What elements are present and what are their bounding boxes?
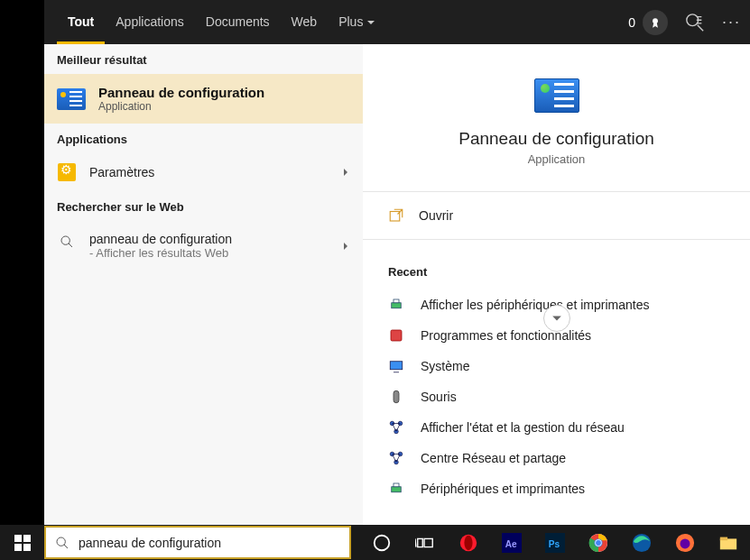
best-result-item[interactable]: Panneau de configuration Application xyxy=(44,74,363,124)
preview-pane: Panneau de configuration Application Ouv… xyxy=(363,44,750,525)
network-icon xyxy=(388,419,404,436)
control-panel-large-icon xyxy=(534,78,579,113)
taskbar-search-box[interactable] xyxy=(44,526,351,559)
svg-point-42 xyxy=(681,538,690,548)
web-search-suffix: - Afficher les résultats Web xyxy=(89,246,350,260)
chevron-down-icon xyxy=(551,313,562,324)
recent-label: Centre Réseau et partage xyxy=(421,451,566,465)
recent-label: Périphériques et imprimantes xyxy=(421,482,585,496)
svg-rect-17 xyxy=(392,487,402,492)
settings-item[interactable]: Paramètres xyxy=(44,153,363,191)
preview-subtitle: Application xyxy=(372,152,741,166)
svg-rect-27 xyxy=(424,538,432,546)
recent-label: Programmes et fonctionnalités xyxy=(421,328,591,343)
tabs-right-controls: 0 ··· xyxy=(628,0,741,44)
tab-documents[interactable]: Documents xyxy=(195,0,281,44)
svg-rect-20 xyxy=(23,535,31,542)
svg-rect-6 xyxy=(394,299,399,303)
tab-all[interactable]: Tout xyxy=(57,0,105,44)
devices-icon xyxy=(388,481,404,497)
svg-rect-19 xyxy=(14,535,22,542)
system-icon xyxy=(388,358,404,374)
svg-point-2 xyxy=(61,236,69,244)
tab-more[interactable]: Plus xyxy=(328,0,386,44)
svg-line-24 xyxy=(64,545,68,548)
gear-icon xyxy=(58,163,76,181)
file-explorer-icon[interactable] xyxy=(718,532,739,554)
preview-header: Panneau de configuration Application xyxy=(363,44,750,191)
svg-rect-5 xyxy=(392,303,402,308)
best-result-text: Panneau de configuration Application xyxy=(98,85,264,113)
results-list: Meilleur résultat Panneau de configurati… xyxy=(44,44,363,525)
photoshop-icon[interactable]: Ps xyxy=(544,532,566,554)
svg-point-1 xyxy=(687,14,699,25)
best-result-subtitle: Application xyxy=(98,100,264,113)
search-icon xyxy=(60,234,74,249)
web-search-header: Rechercher sur le Web xyxy=(44,191,363,221)
tab-web[interactable]: Web xyxy=(281,0,329,44)
chevron-down-icon xyxy=(366,18,375,27)
programs-icon xyxy=(388,327,404,344)
start-button[interactable] xyxy=(0,525,44,560)
recent-item-devices-printers[interactable]: Périphériques et imprimantes xyxy=(388,473,725,504)
svg-rect-7 xyxy=(391,330,402,341)
chrome-icon[interactable] xyxy=(588,532,609,554)
windows-logo-icon xyxy=(14,535,31,551)
search-content: Meilleur résultat Panneau de configurati… xyxy=(44,44,750,525)
rewards-points-value: 0 xyxy=(628,15,635,30)
svg-line-3 xyxy=(69,243,72,247)
more-options-icon[interactable]: ··· xyxy=(722,13,741,32)
svg-rect-22 xyxy=(23,544,31,551)
svg-rect-21 xyxy=(14,544,22,551)
recent-item-mouse[interactable]: Souris xyxy=(388,381,725,412)
apps-header: Applications xyxy=(44,124,363,153)
svg-text:Ps: Ps xyxy=(549,538,560,548)
best-result-header: Meilleur résultat xyxy=(44,44,363,74)
open-action[interactable]: Ouvrir xyxy=(363,192,750,239)
start-search-panel: Tout Applications Documents Web Plus 0 ·… xyxy=(44,0,750,525)
taskbar-icons: Ae Ps xyxy=(351,532,739,554)
web-search-text: panneau de configuration - Afficher les … xyxy=(89,232,350,260)
recent-header: Recent xyxy=(388,265,725,279)
svg-rect-10 xyxy=(394,390,399,403)
recent-section: Recent Afficher les périphériques et imp… xyxy=(363,240,750,504)
open-icon xyxy=(388,207,404,224)
web-search-query: panneau de configuration xyxy=(89,232,232,246)
best-result-title: Panneau de configuration xyxy=(98,85,264,100)
taskbar: Ae Ps xyxy=(0,525,750,560)
recent-item-network-sharing[interactable]: Centre Réseau et partage xyxy=(388,443,725,473)
left-dark-strip xyxy=(0,0,44,525)
recent-item-system[interactable]: Système xyxy=(388,351,725,381)
svg-point-25 xyxy=(375,535,390,550)
svg-point-30 xyxy=(464,535,472,550)
recent-item-network-status[interactable]: Afficher l'état et la gestion du réseau xyxy=(388,412,725,443)
cortana-icon[interactable] xyxy=(371,532,393,554)
mouse-icon xyxy=(388,389,404,405)
rewards-points[interactable]: 0 xyxy=(628,10,668,35)
network-center-icon xyxy=(388,450,404,466)
recent-label: Souris xyxy=(421,390,457,404)
opera-icon[interactable] xyxy=(458,532,479,554)
taskbar-search-input[interactable] xyxy=(79,536,340,550)
firefox-icon[interactable] xyxy=(674,532,696,554)
expand-button[interactable] xyxy=(543,305,570,332)
web-search-item[interactable]: panneau de configuration - Afficher les … xyxy=(44,221,363,271)
svg-rect-8 xyxy=(390,362,403,370)
svg-text:Ae: Ae xyxy=(505,538,517,548)
svg-line-28 xyxy=(415,538,416,546)
recent-label: Système xyxy=(421,359,469,373)
tab-applications[interactable]: Applications xyxy=(105,0,195,44)
svg-point-0 xyxy=(653,18,658,23)
printer-icon xyxy=(388,297,404,313)
chat-icon[interactable] xyxy=(684,12,706,33)
open-label: Ouvrir xyxy=(419,208,453,223)
preview-title: Panneau de configuration xyxy=(372,129,741,149)
task-view-icon[interactable] xyxy=(414,532,436,554)
settings-label: Paramètres xyxy=(89,165,350,179)
search-tabs: Tout Applications Documents Web Plus 0 ·… xyxy=(44,0,750,44)
svg-point-39 xyxy=(596,540,601,546)
after-effects-icon[interactable]: Ae xyxy=(501,532,523,554)
control-panel-icon xyxy=(57,88,86,110)
svg-rect-44 xyxy=(720,537,727,540)
edge-icon[interactable] xyxy=(631,532,653,554)
